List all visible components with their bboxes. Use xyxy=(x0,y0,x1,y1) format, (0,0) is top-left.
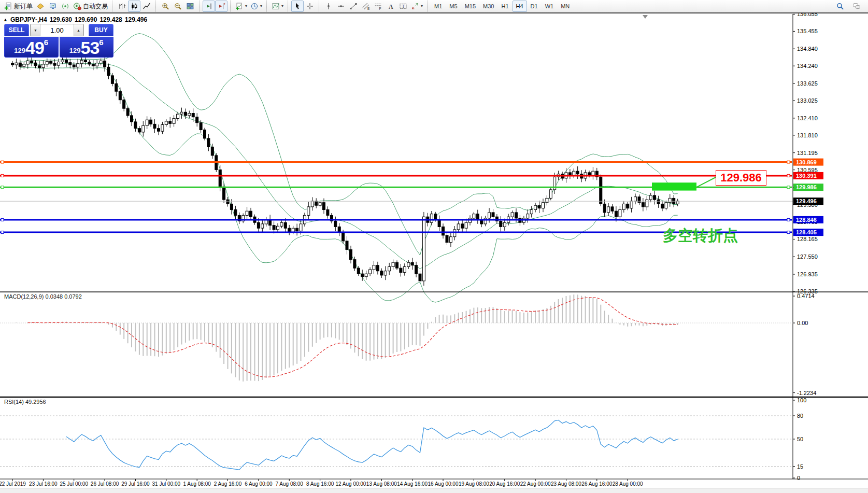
timeframe-m15-button[interactable]: M15 xyxy=(461,1,479,12)
cursor-button[interactable] xyxy=(291,1,304,12)
quote-header: ▲ GBPJPY-,H4 129.630 129.690 129.428 129… xyxy=(3,16,147,23)
text-label-button[interactable]: T xyxy=(397,1,409,12)
time-axis: 22 Jul 201923 Jul 16:0025 Jul 00:0026 Ju… xyxy=(0,481,868,488)
bar-chart-button[interactable] xyxy=(116,1,128,12)
sell-button[interactable]: SELL xyxy=(4,24,29,36)
dropdown-caret-icon: ▾ xyxy=(260,4,262,8)
toolbar-group xyxy=(155,1,198,12)
bar-open-value: 129.630 xyxy=(50,16,72,23)
macd-indicator-label: MACD(12,26,9) 0.0348 0.0792 xyxy=(4,293,82,300)
one-click-trading-panel: SELL ▼ ▲ BUY 129 49 6 129 53 6 xyxy=(4,24,113,58)
dropdown-caret-icon: ▾ xyxy=(421,4,423,8)
toolbar-group xyxy=(199,1,229,12)
auto-scroll-button[interactable] xyxy=(203,1,215,12)
toolbar-right xyxy=(834,1,863,12)
chat-button[interactable] xyxy=(850,1,863,12)
toolbar-group xyxy=(288,1,318,12)
sell-price-big: 49 xyxy=(25,40,44,56)
trendline-button[interactable] xyxy=(347,1,360,12)
collapse-panel-icon[interactable]: ▲ xyxy=(3,17,8,22)
toolbar-group: EFAT▾ xyxy=(319,1,426,12)
zoom-out-button[interactable] xyxy=(172,1,184,12)
buy-price-pipette: 6 xyxy=(99,38,103,47)
line-chart-button[interactable] xyxy=(140,1,153,12)
equidistant-channel-button[interactable]: E xyxy=(360,1,372,12)
timeframe-mn-button[interactable]: MN xyxy=(557,1,573,12)
sell-price-pipette: 6 xyxy=(44,38,48,47)
period-clock-button[interactable]: ▾ xyxy=(249,1,264,12)
signals-button[interactable] xyxy=(59,1,72,12)
timeframe-h1-button[interactable]: H1 xyxy=(497,1,512,12)
timeframe-d1-button[interactable]: D1 xyxy=(527,1,542,12)
dropdown-caret-icon: ▾ xyxy=(281,4,283,8)
toolbar-group xyxy=(112,1,154,12)
buy-button[interactable]: BUY xyxy=(89,24,113,36)
candlestick-chart-button[interactable] xyxy=(128,1,140,12)
indicators-button[interactable]: ▾ xyxy=(270,1,285,12)
sell-price-prefix: 129 xyxy=(14,47,25,54)
bar-low-value: 129.428 xyxy=(99,16,122,23)
new-chart-button[interactable]: ▾ xyxy=(234,1,249,12)
arrows-button[interactable]: ▾ xyxy=(409,1,424,12)
svg-text:F: F xyxy=(379,7,381,10)
svg-text:A: A xyxy=(389,3,393,10)
toolbar-group: 新订单自动交易 xyxy=(2,1,111,12)
volume-increase-button[interactable]: ▲ xyxy=(74,24,83,36)
tile-windows-button[interactable] xyxy=(184,1,196,12)
timeframe-h4-button[interactable]: H4 xyxy=(513,1,527,12)
svg-text:T: T xyxy=(402,4,405,9)
chart-window xyxy=(0,13,868,488)
buy-price-big: 53 xyxy=(81,40,99,56)
autotrading-button[interactable]: 自动交易 xyxy=(72,1,109,12)
volume-input[interactable] xyxy=(40,24,74,36)
toolbar-button-label: 新订单 xyxy=(14,2,33,11)
toolbar-group: ▾ xyxy=(266,1,287,12)
zoom-in-button[interactable] xyxy=(159,1,172,12)
new-order-button[interactable]: 新订单 xyxy=(3,1,34,12)
rsi-indicator-label: RSI(14) 49.2956 xyxy=(4,399,46,405)
main-toolbar: 新订单自动交易▾▾▾EFAT▾M1M5M15M30H1H4D1W1MN xyxy=(0,0,868,13)
toolbar-button-label: 自动交易 xyxy=(83,2,108,11)
chart-profiles-button[interactable] xyxy=(34,1,47,12)
timeframe-w1-button[interactable]: W1 xyxy=(542,1,558,12)
bar-high-value: 129.690 xyxy=(75,16,97,23)
vertical-line-button[interactable] xyxy=(322,1,335,12)
timeframe-m30-button[interactable]: M30 xyxy=(479,1,497,12)
horizontal-line-button[interactable] xyxy=(335,1,347,12)
buy-price-prefix: 129 xyxy=(69,47,81,54)
dropdown-caret-icon: ▾ xyxy=(245,4,247,8)
fibonacci-button[interactable]: F xyxy=(372,1,385,12)
time-axis-label: 28 Aug 00:00 xyxy=(608,481,647,487)
pivot-note-text[interactable]: 多空转折点 xyxy=(663,226,738,246)
volume-decrease-button[interactable]: ▼ xyxy=(31,24,40,36)
volume-stepper: ▼ ▲ xyxy=(30,24,84,36)
chart-shift-button[interactable] xyxy=(215,1,227,12)
market-watch-button[interactable] xyxy=(47,1,59,12)
text-button[interactable]: A xyxy=(385,1,397,12)
timeframe-m1-button[interactable]: M1 xyxy=(431,1,446,12)
bar-close-value: 129.496 xyxy=(125,16,147,23)
sell-price-display[interactable]: 129 49 6 xyxy=(4,37,59,58)
window-bottom-strip xyxy=(0,488,868,493)
price-annotation-box[interactable]: 129.986 xyxy=(716,170,766,186)
search-button[interactable] xyxy=(834,1,846,12)
timeframe-group: M1M5M15M30H1H4D1W1MN xyxy=(427,1,575,12)
buy-price-display[interactable]: 129 53 6 xyxy=(60,37,114,58)
crosshair-button[interactable] xyxy=(304,1,316,12)
timeframe-m5-button[interactable]: M5 xyxy=(446,1,461,12)
svg-text:E: E xyxy=(367,7,370,10)
toolbar-group: ▾▾ xyxy=(230,1,265,12)
symbol-period-label: GBPJPY-,H4 xyxy=(10,16,47,23)
